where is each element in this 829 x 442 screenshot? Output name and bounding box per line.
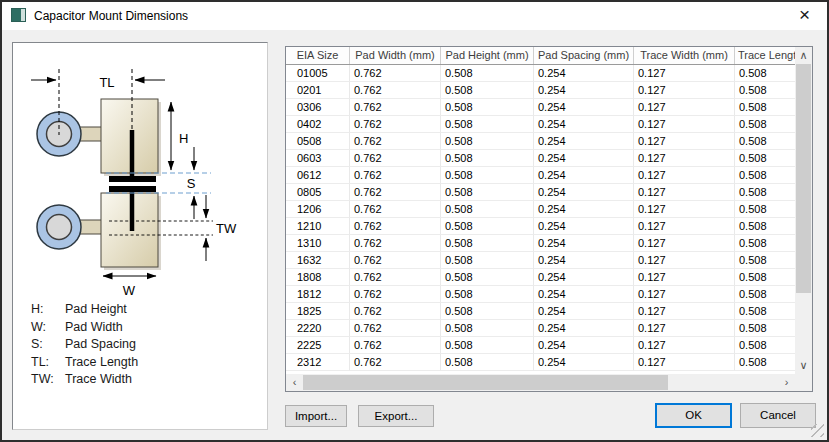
- table-row[interactable]: 12060.7620.5080.2540.1270.508: [286, 201, 795, 218]
- cell-eia-size[interactable]: 0612: [286, 167, 350, 184]
- cell[interactable]: 0.254: [534, 150, 634, 167]
- cell[interactable]: 0.508: [735, 303, 795, 320]
- table-row[interactable]: 08050.7620.5080.2540.1270.508: [286, 184, 795, 201]
- cell[interactable]: 0.508: [441, 354, 534, 371]
- cell-eia-size[interactable]: 0402: [286, 116, 350, 133]
- column-header[interactable]: Pad Width (mm): [350, 47, 441, 64]
- cell[interactable]: 0.508: [441, 116, 534, 133]
- cell[interactable]: 0.127: [634, 167, 735, 184]
- cell[interactable]: 0.508: [735, 286, 795, 303]
- cell[interactable]: 0.508: [441, 99, 534, 116]
- cell[interactable]: 0.127: [634, 82, 735, 99]
- cell[interactable]: 0.127: [634, 65, 735, 82]
- cell[interactable]: 0.508: [735, 99, 795, 116]
- scroll-left-icon[interactable]: ‹: [286, 374, 303, 391]
- cell[interactable]: 0.762: [350, 320, 441, 337]
- close-icon[interactable]: ×: [782, 2, 827, 30]
- cell-eia-size[interactable]: 0805: [286, 184, 350, 201]
- cell[interactable]: 0.508: [735, 201, 795, 218]
- cell[interactable]: 0.762: [350, 99, 441, 116]
- column-header[interactable]: Pad Spacing (mm): [534, 47, 634, 64]
- cell[interactable]: 0.127: [634, 133, 735, 150]
- cell[interactable]: 0.508: [441, 167, 534, 184]
- cell[interactable]: 0.254: [534, 133, 634, 150]
- table-row[interactable]: 03060.7620.5080.2540.1270.508: [286, 99, 795, 116]
- cell[interactable]: 0.254: [534, 303, 634, 320]
- cell[interactable]: 0.508: [441, 133, 534, 150]
- resize-grip-icon[interactable]: [811, 424, 824, 437]
- scroll-down-icon[interactable]: ∨: [795, 357, 812, 374]
- horizontal-scrollbar-thumb[interactable]: [303, 375, 668, 390]
- table-row[interactable]: 04020.7620.5080.2540.1270.508: [286, 116, 795, 133]
- cell[interactable]: 0.254: [534, 286, 634, 303]
- cell[interactable]: 0.508: [441, 150, 534, 167]
- cell-eia-size[interactable]: 1825: [286, 303, 350, 320]
- cell[interactable]: 0.254: [534, 269, 634, 286]
- cell[interactable]: 0.254: [534, 116, 634, 133]
- cell-eia-size[interactable]: 0508: [286, 133, 350, 150]
- table-row[interactable]: 18120.7620.5080.2540.1270.508: [286, 286, 795, 303]
- cell[interactable]: 0.508: [735, 82, 795, 99]
- cell-eia-size[interactable]: 0603: [286, 150, 350, 167]
- cell-eia-size[interactable]: 2225: [286, 337, 350, 354]
- cell[interactable]: 0.127: [634, 184, 735, 201]
- export-button[interactable]: Export...: [358, 405, 434, 427]
- cell[interactable]: 0.762: [350, 167, 441, 184]
- cell[interactable]: 0.762: [350, 150, 441, 167]
- cell[interactable]: 0.254: [534, 354, 634, 371]
- cell[interactable]: 0.254: [534, 201, 634, 218]
- cell[interactable]: 0.762: [350, 303, 441, 320]
- cell[interactable]: 0.508: [735, 320, 795, 337]
- table-row[interactable]: 18250.7620.5080.2540.1270.508: [286, 303, 795, 320]
- cell[interactable]: 0.508: [441, 286, 534, 303]
- cell[interactable]: 0.127: [634, 99, 735, 116]
- cell[interactable]: 0.254: [534, 167, 634, 184]
- cell-eia-size[interactable]: 1310: [286, 235, 350, 252]
- table-row[interactable]: 12100.7620.5080.2540.1270.508: [286, 218, 795, 235]
- cell[interactable]: 0.508: [441, 320, 534, 337]
- cell-eia-size[interactable]: 0306: [286, 99, 350, 116]
- vertical-scrollbar-thumb[interactable]: [796, 64, 811, 293]
- cancel-button[interactable]: Cancel: [740, 403, 816, 428]
- cell[interactable]: 0.508: [735, 235, 795, 252]
- cell[interactable]: 0.762: [350, 337, 441, 354]
- cell[interactable]: 0.127: [634, 235, 735, 252]
- cell[interactable]: 0.254: [534, 82, 634, 99]
- cell[interactable]: 0.762: [350, 354, 441, 371]
- cell[interactable]: 0.508: [441, 65, 534, 82]
- table-row[interactable]: 18080.7620.5080.2540.1270.508: [286, 269, 795, 286]
- table-row[interactable]: 05080.7620.5080.2540.1270.508: [286, 133, 795, 150]
- cell-eia-size[interactable]: 1210: [286, 218, 350, 235]
- column-header[interactable]: Pad Height (mm): [441, 47, 534, 64]
- cell[interactable]: 0.127: [634, 320, 735, 337]
- cell-eia-size[interactable]: 0201: [286, 82, 350, 99]
- cell-eia-size[interactable]: 01005: [286, 65, 350, 82]
- cell[interactable]: 0.254: [534, 320, 634, 337]
- cell[interactable]: 0.762: [350, 201, 441, 218]
- cell[interactable]: 0.762: [350, 184, 441, 201]
- cell[interactable]: 0.254: [534, 218, 634, 235]
- cell[interactable]: 0.254: [534, 337, 634, 354]
- cell[interactable]: 0.127: [634, 269, 735, 286]
- cell[interactable]: 0.508: [735, 133, 795, 150]
- cell[interactable]: 0.127: [634, 116, 735, 133]
- column-header[interactable]: Trace Length (mm): [735, 47, 795, 64]
- ok-button[interactable]: OK: [655, 403, 732, 428]
- cell[interactable]: 0.127: [634, 201, 735, 218]
- cell[interactable]: 0.254: [534, 65, 634, 82]
- cell[interactable]: 0.254: [534, 252, 634, 269]
- cell[interactable]: 0.127: [634, 303, 735, 320]
- cell-eia-size[interactable]: 1632: [286, 252, 350, 269]
- table-row[interactable]: 13100.7620.5080.2540.1270.508: [286, 235, 795, 252]
- scroll-right-icon[interactable]: ›: [778, 374, 795, 391]
- cell[interactable]: 0.127: [634, 354, 735, 371]
- cell-eia-size[interactable]: 2312: [286, 354, 350, 371]
- cell[interactable]: 0.508: [441, 82, 534, 99]
- cell[interactable]: 0.508: [735, 269, 795, 286]
- cell[interactable]: 0.508: [735, 252, 795, 269]
- column-header[interactable]: Trace Width (mm): [634, 47, 735, 64]
- cell[interactable]: 0.508: [735, 65, 795, 82]
- import-button[interactable]: Import...: [285, 405, 347, 427]
- cell[interactable]: 0.508: [441, 269, 534, 286]
- cell[interactable]: 0.762: [350, 218, 441, 235]
